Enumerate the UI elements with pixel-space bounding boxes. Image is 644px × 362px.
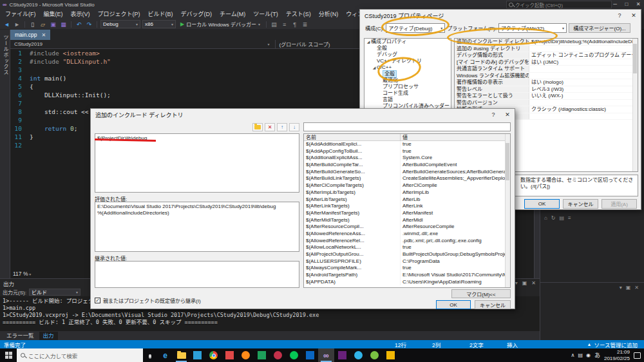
property-tree-item[interactable]: コード生成 xyxy=(365,90,451,97)
property-grid-row[interactable]: [マイ コードのみ] のデバッグをサポートするはい (/JMC) xyxy=(455,59,638,66)
directories-edit-box[interactable]: $(ProjectDir)lib\debug xyxy=(95,133,299,193)
menu-item[interactable]: ビルド(B) xyxy=(144,9,177,19)
ok-button[interactable]: OK xyxy=(436,300,471,309)
property-tree-item[interactable]: 言語 xyxy=(365,97,451,103)
property-tree-item[interactable]: 最適化 xyxy=(365,77,451,84)
macro-row[interactable]: $(AfterResourceCompil...AfterResourceCom… xyxy=(304,224,510,231)
taskbar-app-icon[interactable] xyxy=(350,348,366,362)
property-grid-row[interactable]: デバッグ情報の形式エディット コンティニュのプログラム データベース (/ZI) xyxy=(455,52,638,59)
macro-row[interactable]: $(AdditionalExplicitAss...System.Core xyxy=(304,155,510,162)
save-all-icon[interactable]: ▦ xyxy=(59,20,68,29)
property-tree-item[interactable]: 全般 xyxy=(365,45,451,52)
inherited-value-box[interactable] xyxy=(95,261,299,288)
taskbar-app-icon[interactable] xyxy=(383,348,399,362)
ime-mode-indicator[interactable]: あ xyxy=(594,351,600,359)
project-scope-dropdown[interactable]: CStudy2019 xyxy=(10,40,275,48)
property-grid-row[interactable]: 警告レベルレベル3 (/W3) xyxy=(455,86,638,93)
macro-row[interactable]: $(AfterLinkTargets)AfterLink xyxy=(304,203,510,210)
macro-row[interactable]: $(AddAdditionalExplici...true xyxy=(304,141,510,148)
new-file-icon[interactable]: ▯ xyxy=(28,20,37,29)
configuration-dropdown[interactable]: アクティブ(Debug) xyxy=(386,23,445,33)
chrome-icon[interactable] xyxy=(205,348,222,362)
taskbar-app-icon[interactable] xyxy=(189,348,205,362)
dialog-titlebar[interactable]: 追加のインクルード ディレクトリ xyxy=(91,109,515,120)
property-tree-item[interactable]: プリプロセッサ xyxy=(365,84,451,90)
property-grid-row[interactable]: Windows ランタイム拡張機能の使用 xyxy=(455,73,638,80)
output-window-button[interactable]: ▾ xyxy=(515,279,518,287)
output-source-dropdown[interactable]: ビルド xyxy=(29,289,80,296)
taskbar-app-icon[interactable] xyxy=(286,348,302,362)
redo-icon[interactable]: ↷ xyxy=(85,20,93,29)
menu-item[interactable]: 分析(N) xyxy=(315,9,343,19)
taskbar-app-icon[interactable] xyxy=(270,348,286,362)
inherit-defaults-checkbox[interactable]: 親またはプロジェクトの既定値から継承(I) xyxy=(95,297,201,304)
output-window-button[interactable]: ▣ xyxy=(522,279,527,287)
macro-row[interactable]: $(AllowedReferenceRel....pdb;.xml;.pri;.… xyxy=(304,238,510,245)
move-down-icon[interactable]: ↓ xyxy=(289,123,299,131)
close-tab-icon[interactable]: ✕ xyxy=(42,32,46,38)
macro-name-column-header[interactable]: 名前 xyxy=(304,134,401,140)
scrollbar-thumb[interactable] xyxy=(633,44,637,73)
property-grid-row[interactable]: 追加の #using ディレクトリ xyxy=(455,46,638,53)
dock-icon[interactable]: ⌂ xyxy=(544,215,547,221)
macro-row[interactable]: $(AndroidTargetsPath)E:\Microsoft Visual… xyxy=(304,272,510,279)
undo-icon[interactable]: ↶ xyxy=(75,20,83,29)
macro-row[interactable]: $(AddAppConfigToBuil...true xyxy=(304,148,510,155)
ok-button[interactable]: OK xyxy=(524,199,560,209)
close-button[interactable]: ✕ xyxy=(500,109,515,120)
macro-row[interactable]: $(ALLUSERSPROFILE)C:\ProgramData xyxy=(304,258,510,265)
macro-row[interactable]: $(AfterBuildLinkTargets)CreateSatelliteA… xyxy=(304,175,510,182)
taskbar-app-icon[interactable] xyxy=(302,348,318,362)
menu-item[interactable]: テスト(S) xyxy=(282,9,315,19)
macro-list[interactable]: 名前 値 $(AddAdditionalExplici...true$(AddA… xyxy=(303,133,511,288)
cancel-button[interactable]: キャンセル xyxy=(475,300,511,309)
toolbar-icon[interactable]: ≣ xyxy=(301,20,309,29)
evaluated-value-box[interactable]: E:\Documents\Visual Studio 2017\Projects… xyxy=(95,202,299,252)
menu-item[interactable]: 表示(V) xyxy=(67,9,94,19)
close-button[interactable]: ✕ xyxy=(632,0,644,8)
macro-filter-input[interactable] xyxy=(303,122,511,131)
start-button[interactable] xyxy=(0,348,17,362)
property-grid-row[interactable]: 共通言語ランタイム サポート xyxy=(455,66,638,73)
macro-row[interactable]: $(AllowedReferenceAss....winmd;.dll;.exe xyxy=(304,231,510,238)
tab-main-cpp[interactable]: main.cpp ✕ xyxy=(10,30,50,40)
taskbar-app-icon[interactable] xyxy=(254,348,270,362)
move-up-icon[interactable]: ↑ xyxy=(277,123,287,131)
menu-item[interactable]: デバッグ(D) xyxy=(177,9,216,19)
visual-studio-icon[interactable]: ∞ xyxy=(318,348,334,362)
dock-window-button[interactable]: ▾ xyxy=(620,285,622,291)
nav-back-icon[interactable]: ◄ xyxy=(3,20,11,29)
taskbar-app-icon[interactable] xyxy=(334,348,350,362)
macro-row[interactable]: $(AlwaysCompileMark...true xyxy=(304,265,510,272)
explorer-icon[interactable] xyxy=(173,348,189,362)
directory-entry[interactable]: $(ProjectDir)lib\debug xyxy=(97,135,297,142)
scrollbar-thumb[interactable] xyxy=(506,143,509,180)
menu-item[interactable]: 編集(E) xyxy=(40,9,67,19)
property-grid-row[interactable]: 警告のバージョン xyxy=(455,100,638,107)
grid-scrollbar[interactable] xyxy=(632,39,638,171)
macro-row[interactable]: $(AfterBuildCompileTar...AfterBuildCompi… xyxy=(304,162,510,169)
statusbar-cell[interactable]: 挿入 xyxy=(500,341,538,348)
microphone-button[interactable] xyxy=(143,350,157,361)
cancel-button[interactable]: キャンセル xyxy=(563,199,598,209)
start-debugging-button[interactable]: ▶ ローカル Windows デバッガー xyxy=(178,21,263,28)
property-tree-item[interactable]: ◢C/C++ xyxy=(365,64,451,71)
vs-titlebar[interactable]: ∞ CStudy2019 - Microsoft Visual Studio ク… xyxy=(0,0,644,9)
toolbar-icon[interactable]: ≡ xyxy=(280,20,289,29)
nav-forward-icon[interactable]: ► xyxy=(13,20,21,29)
statusbar-cell[interactable]: 12行 xyxy=(388,341,426,348)
checkbox-checked-icon[interactable] xyxy=(95,298,100,303)
macro-row[interactable]: $(AfterClCompileTargets)AfterClCompile xyxy=(304,182,510,189)
menu-item[interactable]: ファイル(F) xyxy=(1,9,40,19)
macro-value-column-header[interactable]: 値 xyxy=(401,134,408,140)
solution-platform-dropdown[interactable]: x86 xyxy=(142,20,176,28)
dialog-titlebar[interactable]: CStudy2019 プロパティページ xyxy=(360,10,641,21)
configuration-manager-button[interactable]: 構成マネージャー(O)... xyxy=(569,23,630,33)
macro-list-scrollbar[interactable] xyxy=(505,134,510,287)
statusbar-cell[interactable]: 2文字 xyxy=(463,341,500,348)
property-tree-item[interactable]: デバッグ xyxy=(365,52,451,58)
editor-zoom-control[interactable]: 117 % xyxy=(13,271,31,277)
taskbar-app-icon[interactable] xyxy=(366,348,383,362)
taskbar-app-icon[interactable] xyxy=(222,348,238,362)
macro-row[interactable]: $(AllowLocalNetworkL...true xyxy=(304,244,510,251)
